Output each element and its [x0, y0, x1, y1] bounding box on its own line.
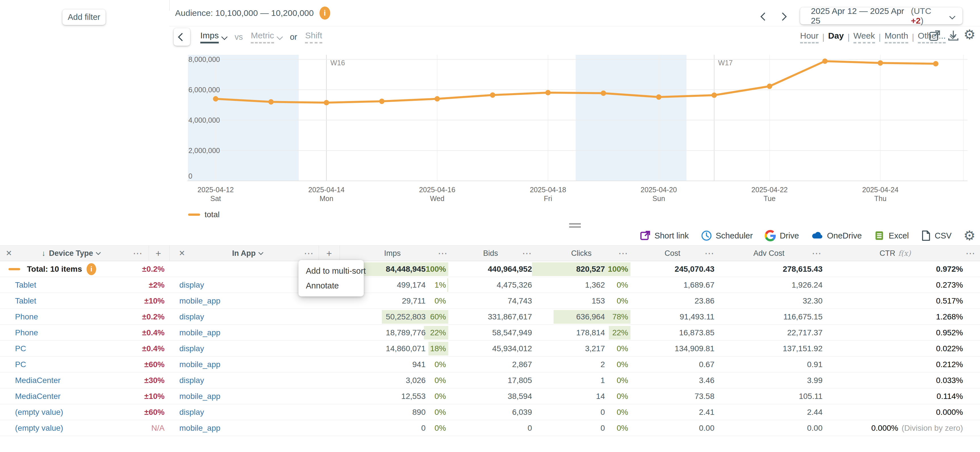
export-drive[interactable]: Drive — [765, 230, 799, 241]
inapp-link[interactable]: mobile_app — [179, 293, 220, 308]
export-onedrive[interactable]: OneDrive — [811, 230, 862, 241]
add-column-icon[interactable]: + — [156, 246, 161, 261]
imps-percent: 0% — [435, 388, 446, 404]
table-settings-gear-icon[interactable]: ⚙ — [964, 229, 975, 243]
date-next-button[interactable] — [776, 10, 789, 23]
clicks-percent: 0% — [617, 341, 628, 356]
granularity-month[interactable]: Month — [885, 31, 908, 43]
open-in-new-icon[interactable] — [928, 29, 942, 43]
export-scheduler[interactable]: Scheduler — [701, 230, 753, 241]
clicks-column-header[interactable]: Clicks — [571, 246, 592, 261]
table-row: PC±0.4%display14,860,07118%45,934,0123,2… — [0, 341, 980, 356]
date-prev-button[interactable] — [758, 10, 771, 23]
bids-column-menu-icon[interactable]: ⋯ — [522, 246, 532, 261]
svg-text:2025-04-24: 2025-04-24 — [862, 186, 899, 194]
table-header: ✕ ↓ Device Type ⋯ + ✕ In App ⋯ + Imps ⋯ … — [0, 245, 980, 261]
google-drive-icon — [765, 230, 776, 241]
delta-tolerance: N/A — [151, 420, 165, 436]
svg-text:2025-04-22: 2025-04-22 — [751, 186, 788, 194]
svg-text:8,000,000: 8,000,000 — [188, 55, 220, 63]
device-type-link[interactable]: MediaCenter — [15, 372, 60, 388]
ctr-column-menu-icon[interactable]: ⋯ — [966, 246, 975, 261]
inapp-link[interactable]: display — [179, 341, 204, 356]
chart-resize-handle[interactable] — [569, 223, 581, 229]
export-label: Scheduler — [716, 231, 753, 241]
inapp-link[interactable]: mobile_app — [179, 356, 220, 372]
export-excel[interactable]: Excel — [873, 230, 909, 241]
remove-inapp-column-icon[interactable]: ✕ — [179, 246, 185, 261]
cost-value: 16,873.85 — [679, 325, 714, 340]
delta-tolerance: ±0.4% — [142, 341, 165, 356]
inapp-link[interactable]: display — [179, 404, 204, 420]
adv-cost-value: 116,675.15 — [783, 309, 822, 324]
device-type-link[interactable]: Phone — [15, 325, 38, 340]
inapp-link[interactable]: display — [179, 277, 204, 293]
export-csv[interactable]: CSV — [921, 230, 951, 241]
device-type-link[interactable]: (empty value) — [15, 420, 63, 436]
imps-percent: 1% — [435, 277, 446, 293]
bids-column-header[interactable]: Bids — [483, 246, 498, 261]
date-range-picker[interactable]: 2025 Apr 12 — 2025 Apr 25 (UTC +2) — [800, 7, 963, 24]
inapp-link[interactable]: display — [179, 309, 204, 324]
bids-value: 17,805 — [508, 372, 532, 388]
delta-tolerance: ±60% — [145, 356, 165, 372]
device-type-link[interactable]: (empty value) — [15, 404, 63, 420]
export-label: Short link — [655, 231, 689, 241]
clicks-column-menu-icon[interactable]: ⋯ — [618, 246, 628, 261]
cost-column-menu-icon[interactable]: ⋯ — [705, 246, 714, 261]
export-short-link[interactable]: Short link — [640, 230, 689, 241]
device-type-link[interactable]: Tablet — [15, 293, 36, 308]
ctr-value: 0.212% — [936, 356, 963, 372]
device-type-link[interactable]: MediaCenter — [15, 388, 60, 404]
granularity-hour[interactable]: Hour — [800, 31, 819, 43]
clicks-value: 0 — [600, 420, 605, 436]
add-column-icon[interactable]: + — [326, 246, 332, 261]
cost-column-header[interactable]: Cost — [665, 246, 680, 261]
menu-item-annotate[interactable]: Annotate — [299, 278, 364, 293]
device-column-menu-icon[interactable]: ⋯ — [133, 246, 142, 261]
info-icon[interactable]: i — [320, 6, 330, 19]
add-filter-button[interactable]: Add filter — [62, 10, 105, 25]
imps-column-menu-icon[interactable]: ⋯ — [438, 246, 447, 261]
primary-metric-dropdown[interactable]: Imps — [200, 31, 227, 43]
inapp-column-header[interactable]: In App — [232, 246, 263, 261]
imps-column-header[interactable]: Imps — [384, 246, 401, 261]
secondary-metric-dropdown[interactable]: Metric — [251, 31, 282, 43]
cost-value: 91,493.11 — [680, 309, 715, 324]
device-type-column-header[interactable]: ↓ Device Type — [42, 246, 100, 261]
excel-sheet-icon — [873, 230, 885, 241]
delta-tolerance: ±10% — [145, 293, 165, 308]
imps-by-day-line-chart[interactable]: W16W1702,000,0004,000,0006,000,0008,000,… — [185, 53, 979, 203]
inapp-column-menu-icon[interactable]: ⋯ — [304, 246, 313, 261]
imps-value: 12,553 — [401, 388, 426, 404]
granularity-week[interactable]: Week — [853, 31, 875, 43]
device-type-link[interactable]: PC — [15, 341, 26, 356]
inapp-link[interactable]: mobile_app — [179, 420, 220, 436]
adv-cost-column-header[interactable]: Adv Cost — [753, 246, 784, 261]
clicks-value: 1,362 — [585, 277, 605, 293]
inapp-link[interactable]: mobile_app — [179, 388, 220, 404]
device-type-link[interactable]: Tablet — [15, 277, 36, 293]
clicks-value: 2 — [600, 356, 605, 372]
device-type-cell: Total: 10 itemsi — [27, 261, 96, 277]
inapp-link[interactable]: display — [179, 372, 204, 388]
context-menu: Add to multi-sortAnnotate — [299, 260, 364, 296]
ctr-column-header[interactable]: CTRf(x) — [880, 246, 911, 261]
table-row: MediaCenter±30%display3,0260%17,80510%3.… — [0, 372, 980, 388]
cost-value: 0.67 — [699, 356, 715, 372]
device-type-link[interactable]: PC — [15, 356, 26, 372]
chart-back-button[interactable] — [173, 28, 190, 46]
inapp-link[interactable]: mobile_app — [179, 325, 220, 340]
info-icon[interactable]: i — [86, 263, 96, 275]
gear-icon[interactable]: ⚙ — [964, 28, 975, 42]
table-row: (empty value)±60%display8900%6,03900%2.4… — [0, 404, 980, 420]
svg-text:W17: W17 — [718, 59, 733, 67]
granularity-day[interactable]: Day — [828, 31, 844, 43]
remove-device-column-icon[interactable]: ✕ — [6, 246, 12, 261]
shift-option[interactable]: Shift — [305, 31, 322, 43]
menu-item-add-to-multi-sort[interactable]: Add to multi-sort — [299, 264, 364, 278]
svg-text:2025-04-18: 2025-04-18 — [530, 186, 566, 194]
adv-cost-column-menu-icon[interactable]: ⋯ — [812, 246, 821, 261]
download-icon[interactable] — [947, 29, 960, 43]
device-type-link[interactable]: Phone — [15, 309, 38, 324]
